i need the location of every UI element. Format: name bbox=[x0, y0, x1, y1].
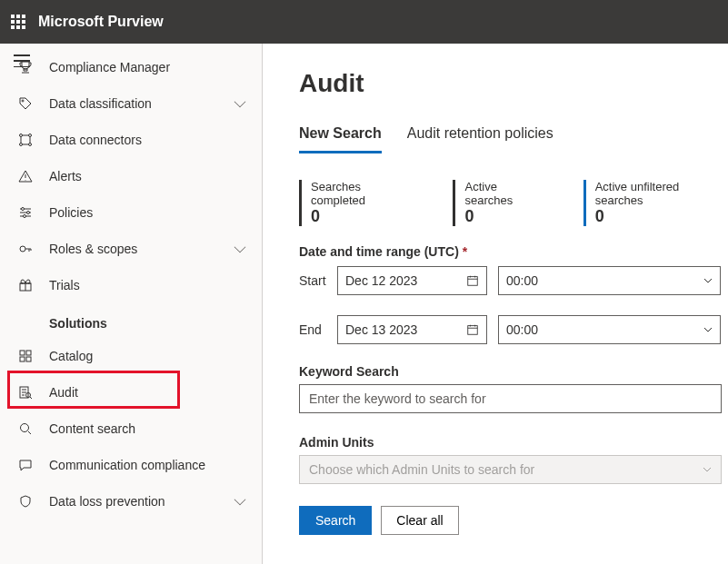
top-bar: Microsoft Purview bbox=[0, 0, 728, 44]
end-label: End bbox=[299, 322, 326, 337]
svg-rect-18 bbox=[468, 326, 478, 335]
start-row: Start Dec 12 2023 00:00 bbox=[299, 266, 728, 295]
svg-point-8 bbox=[20, 246, 25, 252]
sliders-icon bbox=[7, 205, 44, 220]
sidebar-item-label: Roles & scopes bbox=[44, 242, 234, 256]
alert-icon bbox=[7, 169, 44, 183]
chevron-down-icon bbox=[703, 327, 713, 332]
sidebar-item-label: Content search bbox=[44, 421, 253, 436]
stat-value: 0 bbox=[311, 207, 416, 226]
svg-point-16 bbox=[21, 424, 29, 432]
date-range-title: Date and time range (UTC) * bbox=[299, 244, 728, 259]
svg-point-3 bbox=[20, 143, 23, 146]
tab-new-search[interactable]: New Search bbox=[299, 120, 382, 153]
sidebar-item-data-classification[interactable]: Data classification bbox=[44, 85, 262, 122]
sidebar-item-data-loss-prevention[interactable]: Data loss prevention bbox=[44, 483, 262, 519]
start-label: Start bbox=[299, 273, 326, 288]
svg-rect-13 bbox=[26, 357, 31, 361]
chevron-down-icon bbox=[234, 494, 246, 506]
sidebar: Compliance Manager Data classification D… bbox=[44, 44, 263, 564]
admin-units-placeholder: Choose which Admin Units to search for bbox=[309, 462, 534, 477]
calendar-icon bbox=[466, 274, 479, 287]
start-time-select[interactable]: 00:00 bbox=[498, 266, 721, 295]
chevron-down-icon bbox=[703, 467, 712, 472]
svg-rect-17 bbox=[468, 277, 478, 286]
brand-title: Microsoft Purview bbox=[38, 14, 164, 30]
button-row: Search Clear all bbox=[299, 506, 728, 535]
start-time-value: 00:00 bbox=[506, 273, 538, 288]
sidebar-item-label: Audit bbox=[44, 385, 253, 400]
shield-icon bbox=[7, 494, 44, 509]
chat-icon bbox=[7, 458, 44, 472]
sidebar-item-label: Catalog bbox=[44, 349, 253, 363]
grid-icon bbox=[7, 349, 44, 363]
svg-point-4 bbox=[29, 143, 32, 146]
svg-point-1 bbox=[20, 134, 23, 137]
stat-label: Active unfiltered searches bbox=[595, 180, 728, 207]
stat-value: 0 bbox=[464, 207, 546, 226]
stat-searches-completed: Searches completed 0 bbox=[299, 180, 416, 226]
sidebar-item-alerts[interactable]: Alerts bbox=[44, 158, 262, 194]
sidebar-item-label: Communication compliance bbox=[44, 458, 253, 472]
admin-units-select[interactable]: Choose which Admin Units to search for bbox=[299, 455, 722, 484]
main-content: Audit New Search Audit retention policie… bbox=[263, 44, 728, 564]
gift-icon bbox=[7, 278, 44, 292]
key-icon bbox=[7, 242, 44, 256]
end-row: End Dec 13 2023 00:00 bbox=[299, 315, 728, 344]
svg-point-2 bbox=[29, 134, 32, 137]
sidebar-item-label: Compliance Manager bbox=[44, 60, 253, 74]
stat-label: Searches completed bbox=[311, 180, 416, 207]
sidebar-section-solutions: Solutions bbox=[44, 303, 262, 338]
sidebar-item-trials[interactable]: Trials bbox=[44, 267, 262, 303]
stat-value: 0 bbox=[595, 207, 728, 226]
svg-point-5 bbox=[22, 208, 25, 211]
sidebar-item-label: Trials bbox=[44, 278, 253, 292]
sidebar-item-label: Policies bbox=[44, 205, 253, 220]
left-rail bbox=[0, 44, 44, 564]
sidebar-item-roles-scopes[interactable]: Roles & scopes bbox=[44, 231, 262, 267]
admin-units-title: Admin Units bbox=[299, 435, 728, 450]
keyword-title: Keyword Search bbox=[299, 364, 728, 379]
search-icon bbox=[7, 421, 44, 436]
sidebar-item-communication-compliance[interactable]: Communication compliance bbox=[44, 447, 262, 483]
search-button[interactable]: Search bbox=[299, 506, 372, 535]
chevron-down-icon bbox=[234, 242, 246, 253]
keyword-input[interactable] bbox=[299, 384, 722, 413]
connector-icon bbox=[7, 133, 44, 147]
chevron-down-icon bbox=[703, 278, 713, 283]
sidebar-item-compliance-manager[interactable]: Compliance Manager bbox=[44, 49, 262, 85]
app-launcher-icon[interactable] bbox=[11, 15, 25, 29]
stat-label: Active searches bbox=[464, 180, 546, 207]
end-time-value: 00:00 bbox=[506, 322, 538, 337]
tag-icon bbox=[7, 96, 44, 111]
sidebar-item-label: Data loss prevention bbox=[44, 494, 234, 509]
tab-bar: New Search Audit retention policies bbox=[299, 120, 728, 154]
sidebar-item-policies[interactable]: Policies bbox=[44, 194, 262, 231]
start-date-value: Dec 12 2023 bbox=[345, 273, 417, 288]
start-date-picker[interactable]: Dec 12 2023 bbox=[337, 266, 487, 295]
svg-rect-12 bbox=[20, 357, 25, 361]
clear-all-button[interactable]: Clear all bbox=[381, 506, 458, 535]
end-date-picker[interactable]: Dec 13 2023 bbox=[337, 315, 487, 344]
sidebar-item-data-connectors[interactable]: Data connectors bbox=[44, 122, 262, 158]
stat-active-searches: Active searches 0 bbox=[453, 180, 546, 226]
stat-active-unfiltered-searches: Active unfiltered searches 0 bbox=[583, 180, 728, 226]
sidebar-item-label: Data connectors bbox=[44, 133, 253, 147]
page-title: Audit bbox=[299, 69, 728, 98]
stats-row: Searches completed 0 Active searches 0 A… bbox=[299, 180, 728, 226]
svg-rect-10 bbox=[20, 351, 25, 355]
end-date-value: Dec 13 2023 bbox=[345, 322, 417, 337]
sidebar-item-content-search[interactable]: Content search bbox=[44, 411, 262, 447]
sidebar-item-catalog[interactable]: Catalog bbox=[44, 338, 262, 374]
sidebar-item-audit[interactable]: Audit bbox=[44, 374, 262, 411]
sidebar-item-label: Data classification bbox=[44, 96, 234, 111]
calendar-icon bbox=[466, 323, 479, 336]
svg-point-6 bbox=[27, 212, 30, 214]
end-time-select[interactable]: 00:00 bbox=[498, 315, 721, 344]
svg-point-0 bbox=[22, 100, 24, 102]
sidebar-item-label: Alerts bbox=[44, 169, 253, 183]
svg-rect-11 bbox=[26, 351, 31, 355]
trophy-icon bbox=[7, 60, 44, 74]
tab-audit-retention[interactable]: Audit retention policies bbox=[407, 120, 553, 153]
svg-point-7 bbox=[24, 215, 26, 218]
